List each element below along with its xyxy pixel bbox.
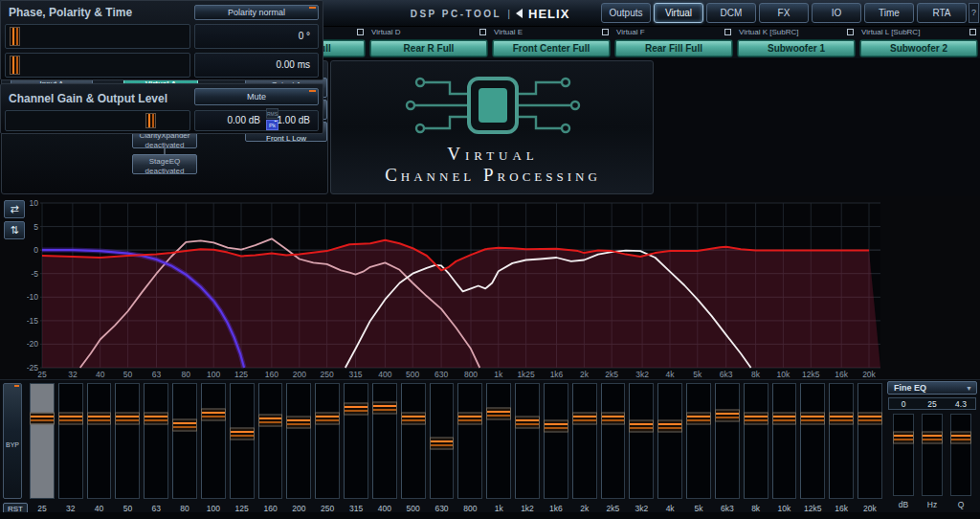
fine-eq-track[interactable] bbox=[893, 414, 914, 496]
channel-link-checkbox[interactable] bbox=[479, 29, 486, 35]
eq-band-track[interactable] bbox=[172, 383, 197, 499]
eq-band-track[interactable] bbox=[87, 383, 112, 499]
eq-band-handle[interactable] bbox=[744, 412, 768, 424]
eq-band-track[interactable] bbox=[515, 383, 540, 499]
help-button[interactable]: ? bbox=[969, 3, 979, 23]
eq-band-handle[interactable] bbox=[58, 412, 83, 424]
frequency-response-plot[interactable]: 2532405063801001251602002503154005006308… bbox=[27, 198, 884, 379]
eq-band-track[interactable] bbox=[800, 383, 825, 499]
eq-band-handle[interactable] bbox=[430, 437, 455, 449]
channel-link-checkbox[interactable] bbox=[357, 29, 364, 35]
channel-link-checkbox[interactable] bbox=[847, 29, 854, 35]
eq-band-handle[interactable] bbox=[457, 412, 482, 424]
fine-eq-handle[interactable] bbox=[893, 431, 914, 443]
eq-band-track[interactable] bbox=[457, 383, 482, 499]
eq-band-track[interactable] bbox=[715, 383, 740, 499]
eq-band-track[interactable] bbox=[201, 383, 226, 499]
nav-button-time[interactable]: Time bbox=[864, 3, 914, 23]
phase-slider-handle[interactable] bbox=[10, 27, 20, 46]
nav-button-outputs[interactable]: Outputs bbox=[601, 3, 651, 23]
eq-band-track[interactable] bbox=[686, 383, 711, 499]
channel-tab-button[interactable]: Rear R Full bbox=[369, 39, 488, 57]
eq-band-track[interactable] bbox=[344, 383, 368, 499]
delay-slider-handle[interactable] bbox=[10, 56, 20, 75]
fine-eq-dropdown[interactable]: Fine EQ ▼ bbox=[887, 381, 977, 395]
eq-band-handle[interactable] bbox=[230, 428, 255, 440]
eq-band-track[interactable] bbox=[144, 383, 168, 499]
eq-band-track[interactable] bbox=[401, 383, 426, 499]
eq-band-handle[interactable] bbox=[315, 412, 340, 424]
eq-band-track[interactable] bbox=[858, 383, 882, 499]
eq-band-track[interactable] bbox=[230, 383, 255, 499]
eq-band-handle[interactable] bbox=[87, 412, 112, 424]
fine-eq-handle[interactable] bbox=[922, 431, 943, 443]
eq-band-track[interactable] bbox=[286, 383, 311, 499]
eq-band-track[interactable] bbox=[486, 383, 511, 499]
nav-button-dcm[interactable]: DCM bbox=[706, 3, 756, 23]
eq-band-handle[interactable] bbox=[372, 401, 397, 414]
delay-slider[interactable] bbox=[5, 53, 190, 78]
eq-band-handle[interactable] bbox=[715, 410, 740, 422]
gain-value-box[interactable]: 0.00 dB RMS Pk -1.00 dB bbox=[194, 110, 319, 131]
channel-link-checkbox[interactable] bbox=[724, 29, 731, 35]
eq-band-handle[interactable] bbox=[144, 412, 168, 424]
fine-eq-handle[interactable] bbox=[950, 431, 971, 443]
h-zoom-button[interactable]: ⇄ bbox=[4, 200, 25, 218]
eq-band-handle[interactable] bbox=[286, 417, 311, 429]
eq-band-track[interactable] bbox=[372, 383, 397, 499]
eq-band-track[interactable] bbox=[258, 383, 283, 499]
eq-band-handle[interactable] bbox=[544, 420, 568, 433]
eq-band-track[interactable] bbox=[629, 383, 654, 499]
eq-band-track[interactable] bbox=[315, 383, 340, 499]
phase-slider[interactable] bbox=[5, 24, 190, 49]
eq-band-handle[interactable] bbox=[601, 412, 626, 424]
eq-band-handle[interactable] bbox=[115, 412, 140, 424]
eq-band-handle[interactable] bbox=[258, 415, 283, 427]
eq-band-track[interactable] bbox=[657, 383, 682, 499]
eq-band-track[interactable] bbox=[430, 383, 455, 499]
eq-band-handle[interactable] bbox=[686, 412, 711, 424]
eq-bypass-button[interactable]: BYP bbox=[3, 383, 22, 499]
eq-band-handle[interactable] bbox=[657, 420, 682, 433]
eq-band-track[interactable] bbox=[30, 383, 55, 499]
delay-value-box[interactable]: 0.00 ms bbox=[194, 53, 319, 78]
fine-eq-track[interactable] bbox=[950, 414, 971, 496]
eq-band-handle[interactable] bbox=[772, 412, 797, 424]
fine-eq-track[interactable] bbox=[922, 414, 943, 496]
eq-band-handle[interactable] bbox=[401, 412, 426, 424]
eq-band-handle[interactable] bbox=[172, 418, 197, 431]
eq-band-handle[interactable] bbox=[572, 412, 597, 424]
flow-stageeq[interactable]: StageEQ deactivated bbox=[132, 154, 197, 174]
channel-tab-button[interactable]: Front Center Full bbox=[492, 39, 611, 57]
nav-button-rta[interactable]: RTA bbox=[917, 3, 967, 23]
fine-eq-value-db[interactable]: 0 bbox=[889, 398, 918, 409]
eq-band-track[interactable] bbox=[572, 383, 597, 499]
channel-link-checkbox[interactable] bbox=[602, 29, 609, 35]
polarity-button[interactable]: Polarity normal bbox=[194, 5, 319, 20]
nav-button-io[interactable]: IO bbox=[812, 3, 861, 23]
channel-tab-button[interactable]: Subwoofer 2 bbox=[859, 39, 978, 57]
channel-tab-button[interactable]: Subwoofer 1 bbox=[737, 39, 856, 57]
eq-band-handle[interactable] bbox=[201, 409, 226, 421]
eq-band-track[interactable] bbox=[544, 383, 568, 499]
eq-band-track[interactable] bbox=[829, 383, 854, 499]
fine-eq-value-hz[interactable]: 25 bbox=[918, 398, 947, 409]
eq-band-track[interactable] bbox=[58, 383, 83, 499]
eq-band-track[interactable] bbox=[772, 383, 797, 499]
gain-slider-handle[interactable] bbox=[145, 113, 156, 128]
eq-band-track[interactable] bbox=[601, 383, 626, 499]
eq-band-track[interactable] bbox=[744, 383, 768, 499]
gain-slider[interactable] bbox=[5, 110, 190, 131]
nav-button-virtual[interactable]: Virtual bbox=[654, 3, 703, 23]
eq-band-handle[interactable] bbox=[515, 417, 540, 429]
phase-value-box[interactable]: 0 ° bbox=[194, 24, 319, 49]
fine-eq-value-q[interactable]: 4.3 bbox=[947, 398, 975, 409]
eq-band-handle[interactable] bbox=[344, 403, 368, 416]
mute-button[interactable]: Mute bbox=[194, 88, 319, 105]
eq-band-handle[interactable] bbox=[629, 420, 654, 433]
eq-band-handle[interactable] bbox=[486, 407, 511, 419]
eq-band-handle[interactable] bbox=[858, 412, 882, 424]
eq-band-handle[interactable] bbox=[800, 412, 825, 424]
nav-button-fx[interactable]: FX bbox=[759, 3, 809, 23]
eq-band-handle[interactable] bbox=[30, 412, 55, 424]
